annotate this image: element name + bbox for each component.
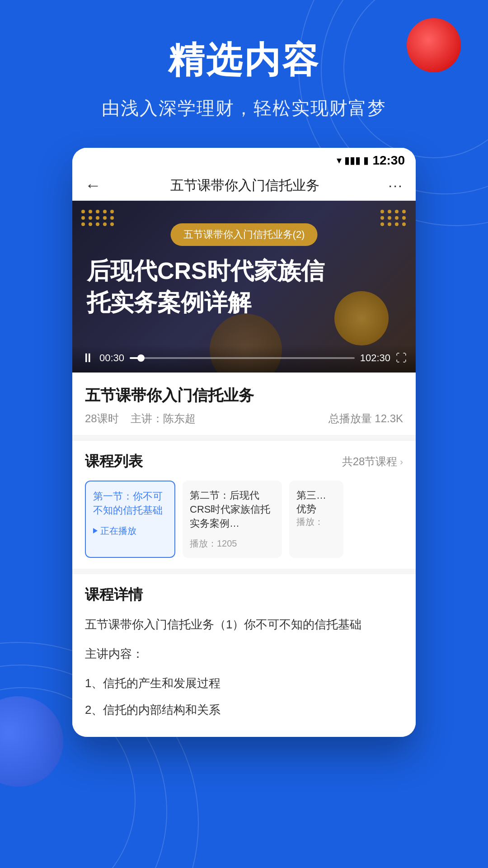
progress-fill xyxy=(130,357,141,359)
course-card-1[interactable]: 第一节：你不可不知的信托基础 正在播放 xyxy=(85,481,175,558)
card-2-title: 第二节：后现代CRS时代家族信托实务案例… xyxy=(190,489,275,530)
current-time: 00:30 xyxy=(99,352,124,364)
page-subtitle: 由浅入深学理财，轻松实现财富梦 xyxy=(0,96,488,121)
pause-button[interactable]: ⏸ xyxy=(81,350,94,365)
total-time: 102:30 xyxy=(360,352,390,364)
status-icons: ▾ ▮▮▮ ▮ xyxy=(337,155,369,166)
details-sub-title: 主讲内容： xyxy=(85,643,403,665)
page-title: 精选内容 xyxy=(0,36,488,85)
dots-left xyxy=(81,210,115,226)
phone-frame: ▾ ▮▮▮ ▮ 12:30 ← 五节课带你入门信托业务 ··· xyxy=(72,148,416,737)
wifi-icon: ▾ xyxy=(337,155,342,166)
detail-item-2: 2、信托的内部结构和关系 xyxy=(85,699,403,721)
course-plays: 总播放量 12.3K xyxy=(328,411,403,426)
course-list-section: 课程列表 共28节课程 › 第一节：你不可不知的信托基础 正在播放 第二 xyxy=(72,441,416,569)
back-button[interactable]: ← xyxy=(85,176,101,195)
course-meta: 28课时 主讲：陈东超 总播放量 12.3K xyxy=(85,411,403,426)
nav-bar: ← 五节课带你入门信托业务 ··· xyxy=(72,171,416,201)
course-meta-left: 28课时 主讲：陈东超 xyxy=(85,411,196,426)
card-3-plays: 播放： xyxy=(296,516,336,528)
chevron-icon: › xyxy=(400,457,403,467)
plays-value: 12.3K xyxy=(375,412,403,425)
video-badge: 五节课带你入门信托业务(2) xyxy=(171,223,318,246)
course-details-section: 课程详情 五节课带你入门信托业务（1）你不可不知的信托基础 主讲内容： 1、信托… xyxy=(72,574,416,736)
progress-bar[interactable] xyxy=(130,357,355,359)
battery-icon: ▮ xyxy=(363,155,369,166)
video-player[interactable]: 五节课带你入门信托业务(2) 后现代CRS时代家族信托实务案例详解 ⏸ 00:3… xyxy=(72,201,416,373)
status-time: 12:30 xyxy=(372,153,405,168)
course-card-2[interactable]: 第二节：后现代CRS时代家族信托实务案例… 播放：1205 xyxy=(183,481,282,558)
card-1-title: 第一节：你不可不知的信托基础 xyxy=(93,490,167,518)
card-2-plays: 播放：1205 xyxy=(190,538,275,550)
playing-label: 正在播放 xyxy=(100,525,136,537)
more-button[interactable]: ··· xyxy=(388,177,403,194)
blue-ball-decoration xyxy=(0,696,63,787)
video-main-title: 后现代CRS时代家族信托实务案例详解 xyxy=(87,255,401,318)
video-controls: ⏸ 00:30 102:30 ⛶ xyxy=(72,345,416,373)
course-cards: 第一节：你不可不知的信托基础 正在播放 第二节：后现代CRS时代家族信托实务案例… xyxy=(85,481,403,558)
details-text: 五节课带你入门信托业务（1）你不可不知的信托基础 主讲内容： 1、信托的产生和发… xyxy=(85,614,403,720)
course-list-link[interactable]: 共28节课程 › xyxy=(342,454,403,469)
status-bar: ▾ ▮▮▮ ▮ 12:30 xyxy=(72,148,416,171)
course-title: 五节课带你入门信托业务 xyxy=(85,385,403,406)
details-title: 课程详情 xyxy=(85,585,403,605)
page-header: 精选内容 由浅入深学理财，轻松实现财富梦 xyxy=(0,0,488,121)
card-3-title: 第三…优势 xyxy=(296,489,336,516)
dots-right xyxy=(380,210,407,226)
nav-title: 五节课带你入门信托业务 xyxy=(170,176,319,195)
gap-2 xyxy=(72,569,416,574)
progress-thumb xyxy=(137,354,145,362)
lecturer: 主讲：陈东超 xyxy=(131,412,196,425)
phone-mockup: ▾ ▮▮▮ ▮ 12:30 ← 五节课带你入门信托业务 ··· xyxy=(72,148,416,737)
now-playing: 正在播放 xyxy=(93,525,167,537)
details-description: 五节课带你入门信托业务（1）你不可不知的信托基础 xyxy=(85,614,403,635)
lesson-count: 28课时 xyxy=(85,412,119,425)
fullscreen-button[interactable]: ⛶ xyxy=(396,352,407,364)
section-header: 课程列表 共28节课程 › xyxy=(85,452,403,472)
play-triangle-icon xyxy=(93,528,98,533)
detail-item-1: 1、信托的产生和发展过程 xyxy=(85,673,403,694)
signal-icon: ▮▮▮ xyxy=(344,155,361,166)
gap-1 xyxy=(72,435,416,440)
course-card-3[interactable]: 第三…优势 播放： xyxy=(289,481,343,558)
course-info: 五节课带你入门信托业务 28课时 主讲：陈东超 总播放量 12.3K xyxy=(72,373,416,435)
course-list-link-text: 共28节课程 xyxy=(342,454,398,469)
plays-label: 总播放量 xyxy=(328,412,372,425)
course-list-title: 课程列表 xyxy=(85,452,143,472)
